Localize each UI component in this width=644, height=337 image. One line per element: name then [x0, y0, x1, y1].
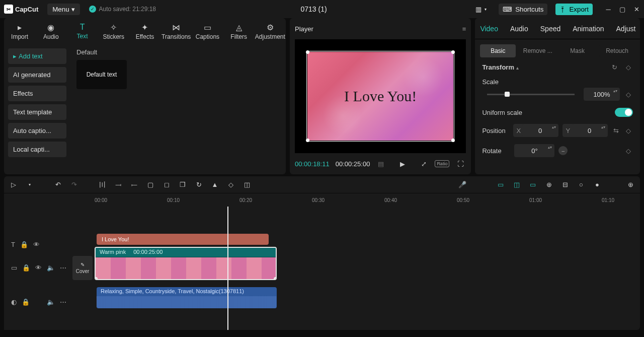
copy-tool[interactable]: ❐	[178, 181, 187, 188]
rotate-dial[interactable]: –	[558, 146, 568, 155]
text-clip[interactable]: I Love You!	[97, 234, 269, 245]
keyframe-icon[interactable]: ◇	[624, 63, 633, 71]
resize-handle[interactable]	[451, 139, 455, 142]
player-viewport[interactable]: I Love You!	[295, 39, 466, 153]
asset-tab-adjustment[interactable]: ⚙Adjustment	[255, 18, 286, 44]
asset-tab-transitions[interactable]: ⋈Transitions	[160, 18, 192, 44]
more-icon[interactable]: ⋯	[60, 264, 66, 272]
track-tool[interactable]: ⊕	[544, 181, 553, 188]
reverse-tool[interactable]: ↻	[194, 181, 203, 188]
tab-speed[interactable]: Speed	[540, 25, 560, 33]
default-text-tile[interactable]: Default text	[76, 60, 127, 89]
video-frame[interactable]: I Love You!	[307, 52, 453, 141]
marker-tool[interactable]: ◻	[162, 181, 171, 188]
layout-button[interactable]: ▥▾	[471, 4, 491, 15]
tab-animation[interactable]: Animation	[573, 25, 604, 33]
spinner-icon[interactable]: ▴▾	[551, 125, 556, 136]
more-icon[interactable]: ⋯	[60, 298, 66, 306]
resize-handle[interactable]	[306, 139, 309, 142]
zoom-in-button[interactable]: ●	[593, 181, 602, 188]
undo-button[interactable]: ↶	[53, 181, 62, 188]
asset-tab-filters[interactable]: ◬Filters	[223, 18, 255, 44]
zoom-out-button[interactable]: ⊟	[560, 181, 570, 188]
playhead[interactable]	[227, 207, 228, 330]
mute-icon[interactable]: 🔈	[47, 264, 55, 272]
tab-video[interactable]: Video	[480, 25, 498, 33]
subtab-mask[interactable]: Mask	[559, 44, 595, 57]
cover-button[interactable]: ✎ Cover	[72, 256, 93, 280]
minimize-button[interactable]: ─	[605, 6, 612, 13]
mic-icon[interactable]: 🎤	[458, 181, 467, 188]
video-clip[interactable]: Warm pink 00:00:25:00	[95, 247, 277, 280]
close-button[interactable]: ✕	[633, 6, 640, 13]
mirror-tool[interactable]: ▲	[210, 181, 219, 188]
scale-slider[interactable]	[487, 94, 575, 95]
snap-tool[interactable]: ◫	[512, 181, 521, 188]
ratio-badge[interactable]: Ratio	[435, 160, 449, 167]
magnet-tool[interactable]: ▭	[496, 181, 505, 188]
clip-handle[interactable]	[95, 277, 98, 280]
preview-text-overlay[interactable]: I Love You!	[344, 88, 417, 105]
asset-tab-effects[interactable]: ✦Effects	[129, 18, 160, 44]
keyframe-icon[interactable]: ◇	[624, 127, 633, 134]
delete-tool[interactable]: ▢	[146, 181, 155, 188]
pos-x-input[interactable]: 0▴▾	[522, 124, 558, 137]
eye-icon[interactable]: 👁	[35, 264, 42, 272]
sidebar-item-effects[interactable]: Effects	[8, 86, 66, 101]
subtab-basic[interactable]: Basic	[480, 44, 516, 57]
trim-right-tool[interactable]: ⟝	[130, 181, 139, 189]
tab-adjust[interactable]: Adjust	[616, 25, 636, 33]
asset-tab-import[interactable]: ▸Import	[4, 18, 35, 44]
spinner-icon[interactable]: ▴▾	[601, 125, 606, 136]
list-icon[interactable]: ▤	[376, 160, 386, 168]
timeline-ruler[interactable]: 00:00 00:10 00:20 00:30 00:40 00:50 01:0…	[4, 193, 640, 207]
fullscreen-button[interactable]: ⛶	[455, 160, 466, 168]
tab-audio[interactable]: Audio	[510, 25, 528, 33]
slider-thumb[interactable]	[505, 92, 510, 97]
link-tool[interactable]: ▭	[528, 181, 537, 188]
tracks-body[interactable]: I Love You! Warm pink 00:00:25:00 Relaxi…	[93, 207, 640, 330]
sidebar-item-local-captions[interactable]: Local capti...	[8, 142, 66, 157]
split-tool[interactable]: 〣	[98, 180, 107, 189]
asset-tab-stickers[interactable]: ✧Stickers	[98, 18, 129, 44]
spinner-icon[interactable]: ▴▾	[547, 145, 552, 156]
scale-input[interactable]: 100%▴▾	[584, 88, 620, 101]
resize-handle[interactable]	[306, 50, 309, 54]
resize-handle[interactable]	[451, 50, 455, 54]
sidebar-item-add-text[interactable]: ▸Add text	[8, 48, 66, 64]
asset-tab-captions[interactable]: ▭Captions	[192, 18, 223, 44]
subtab-remove[interactable]: Remove ...	[520, 44, 555, 57]
asset-tab-text[interactable]: TText	[66, 18, 98, 44]
audio-clip[interactable]: Relaxing, Simple, Countryside, Travel, N…	[97, 287, 277, 308]
scale-icon[interactable]: ⤢	[419, 160, 429, 168]
rotate-tool[interactable]: ◇	[226, 181, 235, 188]
clip-handle[interactable]	[274, 277, 277, 280]
zoom-slider[interactable]: ○	[577, 181, 586, 188]
zoom-fit-button[interactable]: ⊕	[626, 181, 635, 188]
select-tool[interactable]: ▷	[9, 181, 18, 188]
maximize-button[interactable]: ▢	[619, 6, 626, 13]
reset-icon[interactable]: ↻	[610, 63, 619, 71]
menu-button[interactable]: Menu ▾	[47, 4, 79, 15]
redo-button[interactable]: ↷	[69, 181, 78, 188]
shortcuts-button[interactable]: ⌨ Shortcuts	[499, 4, 547, 15]
sidebar-item-text-template[interactable]: Text template	[8, 104, 66, 120]
player-menu-icon[interactable]: ≡	[462, 25, 466, 33]
link-icon[interactable]: ⇆	[612, 127, 620, 134]
trim-left-tool[interactable]: ⟞	[114, 181, 123, 189]
play-button[interactable]: ▶	[398, 160, 407, 168]
keyframe-icon[interactable]: ◇	[624, 147, 633, 155]
mute-icon[interactable]: 🔈	[47, 298, 55, 306]
keyframe-icon[interactable]: ◇	[624, 91, 633, 98]
crop-tool[interactable]: ◫	[243, 181, 252, 188]
asset-tab-audio[interactable]: ◉Audio	[35, 18, 66, 44]
sidebar-item-ai-generated[interactable]: AI generated	[8, 67, 66, 83]
chevron-down-icon[interactable]: ▾	[25, 182, 34, 187]
eye-icon[interactable]: 👁	[33, 241, 40, 248]
lock-icon[interactable]: 🔒	[22, 264, 30, 272]
rotate-input[interactable]: 0°▴▾	[514, 144, 554, 157]
spinner-icon[interactable]: ▴▾	[613, 89, 618, 100]
sidebar-item-auto-captions[interactable]: Auto captio...	[8, 123, 66, 139]
lock-icon[interactable]: 🔒	[22, 298, 30, 306]
subtab-retouch[interactable]: Retouch	[599, 44, 635, 57]
